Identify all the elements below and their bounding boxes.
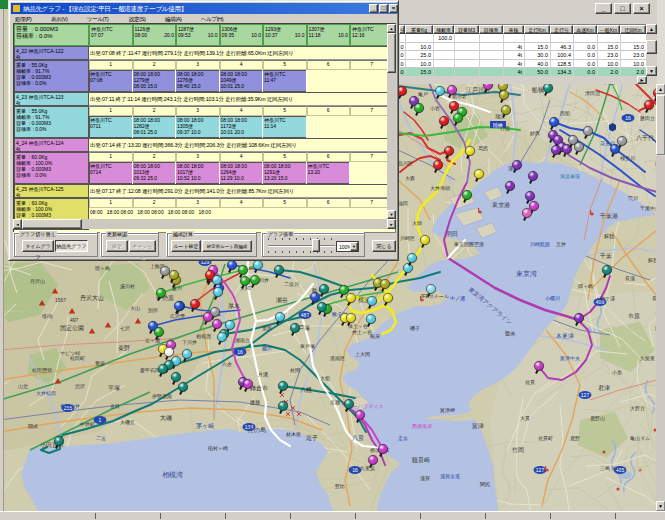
svg-text:497: 497 (70, 317, 79, 323)
svg-text:山北: 山北 (18, 383, 28, 390)
svg-text:鹿野: 鹿野 (570, 435, 580, 442)
svg-text:小櫃川: 小櫃川 (545, 295, 560, 301)
svg-text:16: 16 (237, 349, 243, 355)
svg-text:逗子: 逗子 (306, 434, 318, 442)
svg-text:厚木: 厚木 (228, 303, 240, 309)
svg-text:1567: 1567 (55, 297, 66, 303)
svg-text:松田惣領: 松田惣領 (32, 367, 52, 373)
svg-text:亀山ダム: 亀山ダム (630, 435, 650, 441)
svg-text:藤沢: 藤沢 (262, 345, 272, 351)
svg-text:君津: 君津 (598, 384, 610, 392)
svg-text:東京国際空港: 東京国際空港 (454, 241, 484, 248)
svg-text:中ノ瀬: 中ノ瀬 (450, 295, 465, 302)
svg-text:勝田台: 勝田台 (640, 115, 655, 121)
svg-text:16: 16 (352, 467, 358, 473)
svg-text:16: 16 (625, 115, 631, 121)
svg-text:佐貫町: 佐貫町 (538, 435, 553, 441)
svg-text:東戸塚: 東戸塚 (300, 343, 315, 349)
svg-text:相模原: 相模原 (196, 333, 212, 339)
svg-text:蘇我: 蘇我 (604, 233, 614, 240)
svg-text:佐貫: 佐貫 (525, 379, 535, 385)
svg-text:大井松田: 大井松田 (36, 390, 56, 396)
svg-text:港南区: 港南区 (330, 355, 345, 362)
svg-text:東京港: 東京港 (492, 202, 510, 209)
svg-text:品川区: 品川区 (398, 160, 413, 166)
svg-text:大森: 大森 (405, 175, 415, 181)
svg-text:腰越: 腰越 (250, 399, 260, 406)
svg-text:1: 1 (99, 417, 102, 423)
svg-text:蒲田: 蒲田 (398, 200, 408, 207)
svg-text:六会: 六会 (222, 361, 232, 367)
svg-text:五井: 五井 (556, 241, 566, 247)
svg-text:泉区: 泉区 (262, 325, 272, 331)
svg-text:千葉: 千葉 (599, 252, 612, 259)
svg-text:大野台: 大野台 (630, 405, 645, 411)
svg-text:馬堀海岸: 馬堀海岸 (411, 423, 432, 430)
svg-text:127: 127 (536, 467, 545, 473)
svg-text:名越: 名越 (330, 399, 340, 406)
svg-text:久里浜: 久里浜 (360, 465, 375, 472)
svg-text:大貫: 大貫 (520, 415, 530, 421)
svg-text:村岡: 村岡 (289, 367, 300, 374)
svg-text:七沢: 七沢 (120, 325, 130, 331)
svg-text:JFEスチール: JFEスチール (420, 293, 449, 299)
svg-text:袖ケ浦: 袖ケ浦 (600, 295, 615, 302)
svg-text:127: 127 (581, 392, 590, 398)
svg-text:愛甲石田: 愛甲石田 (140, 367, 160, 374)
svg-text:二俣川: 二俣川 (284, 281, 299, 287)
svg-text:相模湾: 相模湾 (162, 471, 183, 479)
svg-text:二宮: 二宮 (96, 435, 106, 441)
svg-text:ヤビツ峠: ヤビツ峠 (60, 350, 80, 356)
svg-text:船橋: 船橋 (531, 87, 544, 94)
svg-text:川崎航路: 川崎航路 (530, 241, 550, 248)
svg-text:大磯丘: 大磯丘 (120, 419, 135, 425)
svg-text:大船: 大船 (320, 375, 330, 382)
svg-text:久留里: 久留里 (640, 355, 655, 361)
svg-text:大磯: 大磯 (160, 414, 172, 421)
svg-text:小糸: 小糸 (612, 369, 622, 375)
svg-text:丹沢山: 丹沢山 (30, 278, 45, 284)
svg-text:竹岡: 竹岡 (512, 447, 524, 453)
svg-text:市原: 市原 (628, 312, 640, 319)
svg-text:八景: 八景 (352, 435, 364, 441)
svg-text:富津中央: 富津中央 (560, 355, 580, 362)
svg-text:片瀬: 片瀬 (258, 371, 268, 378)
svg-text:渋沢: 渋沢 (75, 383, 85, 390)
svg-text:八千代: 八千代 (636, 134, 654, 141)
svg-text:根岸: 根岸 (370, 333, 380, 339)
svg-text:羽田: 羽田 (446, 230, 458, 238)
svg-text:三島ダム: 三島ダム (600, 465, 620, 471)
svg-text:中井町: 中井町 (80, 421, 95, 427)
svg-text:大師: 大師 (412, 220, 422, 226)
svg-text:秦野: 秦野 (118, 345, 130, 351)
svg-text:金目: 金目 (110, 403, 120, 410)
svg-text:狸ヶ島: 狸ヶ島 (95, 265, 110, 271)
svg-text:富津: 富津 (472, 422, 484, 430)
svg-text:千葉港: 千葉港 (599, 212, 618, 220)
svg-text:広沢寺: 広沢寺 (170, 313, 185, 319)
svg-text:亀戸: 亀戸 (418, 91, 428, 97)
svg-text:稲村ヶ崎: 稲村ヶ崎 (207, 445, 228, 452)
svg-text:妙典: 妙典 (530, 130, 540, 136)
svg-text:開成: 開成 (28, 423, 38, 430)
svg-text:川崎区: 川崎区 (400, 235, 415, 241)
svg-text:鹿野山: 鹿野山 (590, 415, 605, 422)
svg-text:海浜幕張: 海浜幕張 (560, 173, 580, 180)
svg-text:487: 487 (301, 312, 310, 318)
svg-text:葛西: 葛西 (478, 145, 488, 152)
svg-text:穴川: 穴川 (628, 195, 638, 201)
svg-text:浦賀水道: 浦賀水道 (440, 473, 460, 480)
svg-text:盤洲: 盤洲 (505, 330, 515, 337)
svg-text:塔/岳: 塔/岳 (41, 313, 53, 319)
svg-text:行徳: 行徳 (500, 125, 510, 132)
svg-text:秦野中井: 秦野中井 (60, 403, 80, 409)
svg-text:茅ヶ崎: 茅ヶ崎 (196, 422, 214, 429)
svg-text:別所: 別所 (148, 307, 158, 314)
svg-text:木更津: 木更津 (555, 333, 574, 339)
svg-text:姉ヶ崎: 姉ヶ崎 (578, 283, 593, 289)
svg-text:磯子: 磯子 (409, 325, 420, 332)
svg-text:西船: 西船 (560, 110, 570, 117)
svg-text:材木座: 材木座 (285, 431, 301, 438)
svg-text:湘南台: 湘南台 (235, 337, 250, 344)
svg-text:大山: 大山 (130, 305, 140, 311)
